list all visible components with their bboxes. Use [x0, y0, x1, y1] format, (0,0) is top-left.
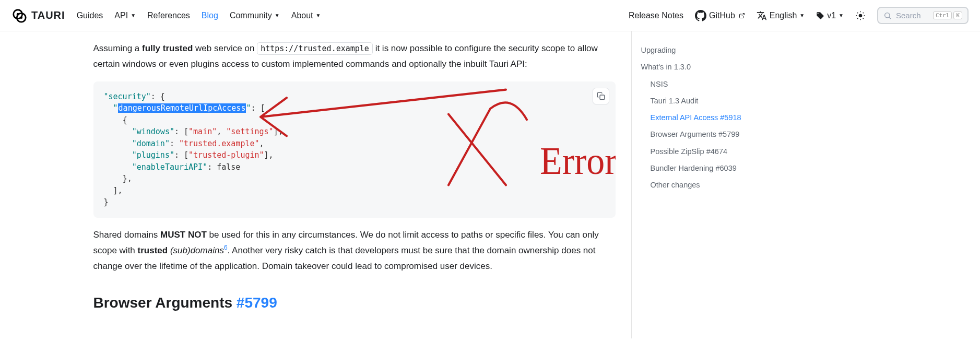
- inline-code-url: https://trusted.example: [257, 42, 373, 55]
- intro-paragraph: Assuming a fully trusted web service on …: [93, 41, 616, 72]
- nav-github[interactable]: GitHub: [695, 10, 745, 21]
- sun-icon: [855, 10, 866, 21]
- github-icon: [695, 10, 706, 21]
- brand-text: TAURI: [31, 9, 65, 21]
- search-kbd-hint: CtrlK: [933, 11, 962, 19]
- table-of-contents: Upgrading What's in 1.3.0 NSIS Tauri 1.3…: [631, 31, 777, 338]
- warning-paragraph: Shared domains MUST NOT be used for this…: [93, 227, 616, 274]
- code-block-security: "security": { "dangerousRemoteUrlIpcAcce…: [93, 81, 616, 218]
- toc-whats-in[interactable]: What's in 1.3.0: [641, 58, 777, 75]
- chevron-down-icon: ▼: [839, 13, 844, 18]
- translate-icon: [757, 10, 767, 21]
- svg-line-12: [863, 13, 864, 13]
- svg-line-7: [857, 13, 858, 13]
- chevron-down-icon: ▼: [275, 13, 280, 18]
- nav-references[interactable]: References: [147, 11, 190, 20]
- navbar-right: Release Notes GitHub English▼ v1▼ Search…: [629, 7, 969, 24]
- section-heading-browser-args: Browser Arguments #5799: [93, 295, 616, 311]
- svg-point-13: [885, 13, 890, 17]
- toc-nsis[interactable]: NSIS: [641, 76, 777, 92]
- highlighted-key: dangerousRemoteUrlIpcAccess: [118, 103, 246, 113]
- brand-logo[interactable]: TAURI: [11, 8, 65, 24]
- toc-browser-args[interactable]: Browser Arguments #5799: [641, 126, 777, 143]
- toc-audit[interactable]: Tauri 1.3 Audit: [641, 92, 777, 109]
- nav-api[interactable]: API▼: [114, 11, 136, 20]
- external-link-icon: [739, 13, 745, 19]
- search-placeholder: Search: [896, 11, 929, 20]
- toc-external-api[interactable]: External API Access #5918: [641, 109, 777, 126]
- tauri-logo-icon: [11, 8, 27, 24]
- chevron-down-icon: ▼: [131, 13, 136, 18]
- chevron-down-icon: ▼: [799, 13, 805, 18]
- navbar-left: TAURI Guides API▼ References Blog Commun…: [11, 8, 321, 24]
- svg-line-8: [863, 18, 864, 18]
- copy-button[interactable]: [593, 88, 609, 104]
- theme-toggle[interactable]: [855, 10, 866, 21]
- issue-link-5799[interactable]: #5799: [237, 295, 277, 311]
- nav-community[interactable]: Community▼: [230, 11, 280, 20]
- tag-icon: [816, 11, 824, 20]
- toc-zipslip[interactable]: Possible ZipSlip #4674: [641, 143, 777, 160]
- toc-other[interactable]: Other changes: [641, 177, 777, 193]
- svg-point-3: [20, 16, 22, 19]
- nav-blog[interactable]: Blog: [202, 11, 218, 20]
- nav-language[interactable]: English▼: [757, 10, 805, 21]
- article-content: Assuming a fully trusted web service on …: [93, 31, 631, 338]
- footnote-link[interactable]: 6: [224, 244, 228, 251]
- search-input[interactable]: Search CtrlK: [877, 7, 969, 24]
- copy-icon: [597, 92, 605, 100]
- svg-line-11: [857, 18, 858, 18]
- toc-upgrading[interactable]: Upgrading: [641, 42, 777, 58]
- svg-rect-15: [600, 95, 605, 100]
- nav-version[interactable]: v1▼: [816, 11, 844, 20]
- toc-bundler[interactable]: Bundler Hardening #6039: [641, 160, 777, 177]
- nav-guides[interactable]: Guides: [77, 11, 103, 20]
- svg-point-4: [859, 14, 863, 17]
- nav-release-notes[interactable]: Release Notes: [629, 11, 683, 20]
- nav-about[interactable]: About▼: [291, 11, 321, 20]
- svg-line-14: [889, 17, 891, 19]
- search-icon: [883, 11, 892, 20]
- chevron-down-icon: ▼: [316, 13, 321, 18]
- top-navbar: TAURI Guides API▼ References Blog Commun…: [0, 0, 980, 31]
